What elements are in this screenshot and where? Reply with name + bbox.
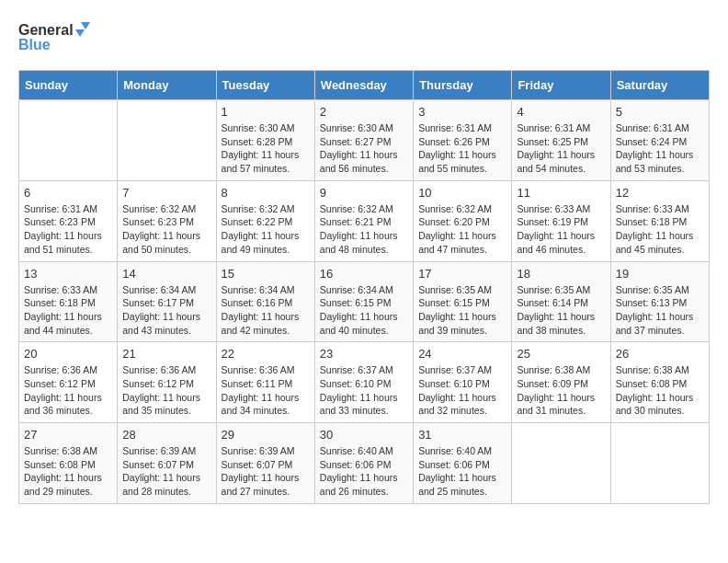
day-number: 11	[517, 186, 605, 200]
day-info: Sunrise: 6:33 AMSunset: 6:18 PMDaylight:…	[24, 283, 112, 338]
day-number: 16	[320, 267, 408, 281]
day-number: 6	[24, 186, 112, 200]
day-info: Sunrise: 6:38 AMSunset: 6:08 PMDaylight:…	[616, 363, 704, 418]
svg-marker-3	[75, 29, 85, 37]
calendar-cell: 4Sunrise: 6:31 AMSunset: 6:25 PMDaylight…	[512, 100, 610, 181]
day-info: Sunrise: 6:40 AMSunset: 6:06 PMDaylight:…	[320, 444, 408, 499]
calendar-cell: 10Sunrise: 6:32 AMSunset: 6:20 PMDayligh…	[414, 180, 512, 261]
day-info: Sunrise: 6:35 AMSunset: 6:13 PMDaylight:…	[616, 283, 704, 338]
day-number: 1	[222, 105, 310, 119]
day-number: 17	[418, 267, 506, 281]
day-info: Sunrise: 6:36 AMSunset: 6:11 PMDaylight:…	[222, 363, 310, 418]
day-number: 20	[24, 347, 112, 361]
calendar-cell	[118, 100, 216, 181]
day-number: 4	[517, 105, 605, 119]
header-thursday: Thursday	[414, 71, 512, 100]
day-info: Sunrise: 6:37 AMSunset: 6:10 PMDaylight:…	[320, 363, 408, 418]
calendar-cell: 18Sunrise: 6:35 AMSunset: 6:14 PMDayligh…	[512, 261, 610, 342]
calendar-cell: 8Sunrise: 6:32 AMSunset: 6:22 PMDaylight…	[216, 180, 314, 261]
day-number: 3	[418, 105, 506, 119]
calendar-cell: 28Sunrise: 6:39 AMSunset: 6:07 PMDayligh…	[118, 423, 216, 504]
header-wednesday: Wednesday	[314, 71, 413, 100]
header-saturday: Saturday	[610, 71, 709, 100]
day-number: 29	[222, 428, 310, 442]
calendar-cell: 11Sunrise: 6:33 AMSunset: 6:19 PMDayligh…	[512, 180, 610, 261]
day-info: Sunrise: 6:31 AMSunset: 6:25 PMDaylight:…	[517, 121, 605, 176]
calendar-cell: 13Sunrise: 6:33 AMSunset: 6:18 PMDayligh…	[19, 261, 118, 342]
svg-marker-2	[81, 22, 90, 29]
header-monday: Monday	[118, 71, 216, 100]
day-info: Sunrise: 6:31 AMSunset: 6:26 PMDaylight:…	[418, 121, 506, 176]
calendar-cell: 24Sunrise: 6:37 AMSunset: 6:10 PMDayligh…	[414, 342, 512, 423]
calendar-cell: 22Sunrise: 6:36 AMSunset: 6:11 PMDayligh…	[216, 342, 314, 423]
day-info: Sunrise: 6:38 AMSunset: 6:09 PMDaylight:…	[517, 363, 605, 418]
day-number: 21	[122, 347, 210, 361]
day-number: 30	[320, 428, 408, 442]
calendar-cell: 14Sunrise: 6:34 AMSunset: 6:17 PMDayligh…	[118, 261, 216, 342]
calendar-cell: 6Sunrise: 6:31 AMSunset: 6:23 PMDaylight…	[19, 180, 118, 261]
day-info: Sunrise: 6:32 AMSunset: 6:22 PMDaylight:…	[222, 202, 310, 257]
day-number: 15	[222, 267, 310, 281]
calendar-cell: 19Sunrise: 6:35 AMSunset: 6:13 PMDayligh…	[610, 261, 709, 342]
week-row-1: 6Sunrise: 6:31 AMSunset: 6:23 PMDaylight…	[19, 180, 710, 261]
day-info: Sunrise: 6:35 AMSunset: 6:15 PMDaylight:…	[418, 283, 506, 338]
day-number: 12	[616, 186, 704, 200]
day-info: Sunrise: 6:33 AMSunset: 6:18 PMDaylight:…	[616, 202, 704, 257]
calendar-cell: 2Sunrise: 6:30 AMSunset: 6:27 PMDaylight…	[314, 100, 413, 181]
week-row-0: 1Sunrise: 6:30 AMSunset: 6:28 PMDaylight…	[19, 100, 710, 181]
header-tuesday: Tuesday	[216, 71, 314, 100]
day-info: Sunrise: 6:36 AMSunset: 6:12 PMDaylight:…	[24, 363, 112, 418]
calendar-cell: 29Sunrise: 6:39 AMSunset: 6:07 PMDayligh…	[216, 423, 314, 504]
calendar-cell: 12Sunrise: 6:33 AMSunset: 6:18 PMDayligh…	[610, 180, 709, 261]
day-number: 2	[320, 105, 408, 119]
calendar-cell: 27Sunrise: 6:38 AMSunset: 6:08 PMDayligh…	[19, 423, 118, 504]
day-number: 9	[320, 186, 408, 200]
day-info: Sunrise: 6:32 AMSunset: 6:23 PMDaylight:…	[122, 202, 210, 257]
day-number: 26	[616, 347, 704, 361]
calendar-cell: 9Sunrise: 6:32 AMSunset: 6:21 PMDaylight…	[314, 180, 413, 261]
calendar-cell: 30Sunrise: 6:40 AMSunset: 6:06 PMDayligh…	[314, 423, 413, 504]
calendar-cell: 31Sunrise: 6:40 AMSunset: 6:06 PMDayligh…	[414, 423, 512, 504]
calendar-cell	[512, 423, 610, 504]
page-header: GeneralBlue	[18, 18, 710, 55]
day-number: 8	[222, 186, 310, 200]
day-number: 5	[616, 105, 704, 119]
calendar-cell: 23Sunrise: 6:37 AMSunset: 6:10 PMDayligh…	[314, 342, 413, 423]
calendar-cell: 5Sunrise: 6:31 AMSunset: 6:24 PMDaylight…	[610, 100, 709, 181]
calendar-cell: 16Sunrise: 6:34 AMSunset: 6:15 PMDayligh…	[314, 261, 413, 342]
calendar-cell: 20Sunrise: 6:36 AMSunset: 6:12 PMDayligh…	[19, 342, 118, 423]
week-row-3: 20Sunrise: 6:36 AMSunset: 6:12 PMDayligh…	[19, 342, 710, 423]
day-info: Sunrise: 6:33 AMSunset: 6:19 PMDaylight:…	[517, 202, 605, 257]
calendar-header-row: SundayMondayTuesdayWednesdayThursdayFrid…	[19, 71, 710, 100]
day-number: 18	[517, 267, 605, 281]
day-number: 14	[122, 267, 210, 281]
day-number: 23	[320, 347, 408, 361]
day-info: Sunrise: 6:35 AMSunset: 6:14 PMDaylight:…	[517, 283, 605, 338]
day-number: 27	[24, 428, 112, 442]
calendar-cell	[610, 423, 709, 504]
day-number: 13	[24, 267, 112, 281]
header-friday: Friday	[512, 71, 610, 100]
day-number: 25	[517, 347, 605, 361]
day-info: Sunrise: 6:32 AMSunset: 6:21 PMDaylight:…	[320, 202, 408, 257]
calendar-cell: 1Sunrise: 6:30 AMSunset: 6:28 PMDaylight…	[216, 100, 314, 181]
day-info: Sunrise: 6:31 AMSunset: 6:23 PMDaylight:…	[24, 202, 112, 257]
day-info: Sunrise: 6:40 AMSunset: 6:06 PMDaylight:…	[418, 444, 506, 499]
svg-text:General: General	[18, 22, 74, 38]
logo: GeneralBlue	[18, 18, 92, 55]
day-number: 24	[418, 347, 506, 361]
day-info: Sunrise: 6:31 AMSunset: 6:24 PMDaylight:…	[616, 121, 704, 176]
header-sunday: Sunday	[19, 71, 118, 100]
day-number: 19	[616, 267, 704, 281]
day-info: Sunrise: 6:39 AMSunset: 6:07 PMDaylight:…	[222, 444, 310, 499]
calendar-cell: 17Sunrise: 6:35 AMSunset: 6:15 PMDayligh…	[414, 261, 512, 342]
week-row-2: 13Sunrise: 6:33 AMSunset: 6:18 PMDayligh…	[19, 261, 710, 342]
day-info: Sunrise: 6:38 AMSunset: 6:08 PMDaylight:…	[24, 444, 112, 499]
week-row-4: 27Sunrise: 6:38 AMSunset: 6:08 PMDayligh…	[19, 423, 710, 504]
calendar-table: SundayMondayTuesdayWednesdayThursdayFrid…	[18, 70, 710, 504]
day-number: 28	[122, 428, 210, 442]
day-number: 31	[418, 428, 506, 442]
day-info: Sunrise: 6:34 AMSunset: 6:15 PMDaylight:…	[320, 283, 408, 338]
calendar-cell: 7Sunrise: 6:32 AMSunset: 6:23 PMDaylight…	[118, 180, 216, 261]
day-number: 22	[222, 347, 310, 361]
